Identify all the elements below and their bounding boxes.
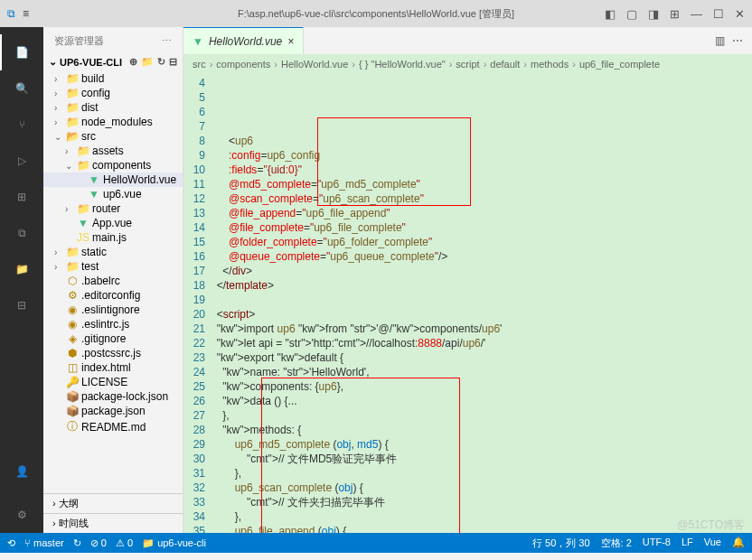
- code-editor[interactable]: 4567891011121314151617181920212223242526…: [183, 74, 752, 533]
- warnings[interactable]: ⚠ 0: [116, 537, 133, 549]
- tree-item--eslintrc-js[interactable]: ◉.eslintrc.js: [43, 317, 183, 331]
- file-tree: ›📁build›📁config›📁dist›📁node_modules⌄📂src…: [43, 70, 183, 493]
- tree-item-config[interactable]: ›📁config: [43, 86, 183, 100]
- tree-item-App-vue[interactable]: ▼App.vue: [43, 216, 183, 230]
- minimize-icon[interactable]: —: [691, 7, 702, 21]
- git-branch[interactable]: ⑂ master: [24, 537, 64, 548]
- new-file-icon[interactable]: ⊕: [129, 56, 137, 68]
- db-icon[interactable]: ⊟: [0, 287, 43, 323]
- project-section[interactable]: ⌄UP6-VUE-CLI ⊕ 📁 ↻ ⊟: [43, 54, 183, 70]
- timeline-section[interactable]: › 时间线: [43, 513, 183, 533]
- tree-item-index-html[interactable]: ◫index.html: [43, 360, 183, 375]
- collapse-icon[interactable]: ⊟: [169, 56, 177, 68]
- more-icon[interactable]: ⋯: [162, 35, 172, 47]
- split-icon[interactable]: ▥: [715, 34, 725, 47]
- search-icon[interactable]: 🔍: [0, 70, 43, 107]
- tree-item-node_modules[interactable]: ›📁node_modules: [43, 115, 183, 129]
- tree-item--postcssrc-js[interactable]: ⬢.postcssrc.js: [43, 346, 183, 360]
- tree-item-assets[interactable]: ›📁assets: [43, 144, 183, 158]
- titlebar: ⧉ ≡ F:\asp.net\up6-vue-cli\src\component…: [0, 0, 752, 27]
- language[interactable]: Vue: [704, 537, 721, 550]
- debug-icon[interactable]: ▷: [0, 143, 43, 179]
- eol[interactable]: LF: [682, 537, 693, 550]
- layout-icon[interactable]: ⊞: [670, 7, 680, 21]
- new-folder-icon[interactable]: 📁: [141, 56, 154, 68]
- layout-icon[interactable]: ▢: [626, 7, 637, 21]
- sync-icon[interactable]: ↻: [73, 537, 81, 549]
- more-icon[interactable]: ⋯: [732, 34, 743, 47]
- tree-item-src[interactable]: ⌄📂src: [43, 129, 183, 144]
- tree-item-up6-vue[interactable]: ▼up6.vue: [43, 187, 183, 201]
- remote-icon[interactable]: ⧉: [0, 215, 43, 251]
- tab-close-icon[interactable]: ×: [287, 35, 294, 48]
- outline-section[interactable]: › 大纲: [43, 493, 183, 513]
- tree-item-HelloWorld-vue[interactable]: ▼HelloWorld.vue: [43, 173, 183, 187]
- encoding[interactable]: UTF-8: [643, 537, 671, 550]
- folder-status[interactable]: 📁 up6-vue-cli: [142, 537, 206, 549]
- activity-bar: 📄 🔍 ⑂ ▷ ⊞ ⧉ 📁 ⊟ 👤 ⚙: [0, 27, 43, 533]
- remote-indicator[interactable]: ⟲: [7, 537, 15, 549]
- errors[interactable]: ⊘ 0: [90, 537, 107, 549]
- tree-item-build[interactable]: ›📁build: [43, 71, 183, 86]
- tabbar: ▼ HelloWorld.vue × ▥ ⋯: [183, 27, 752, 54]
- editor: ▼ HelloWorld.vue × ▥ ⋯ src›components›He…: [183, 27, 752, 533]
- vue-icon: ▼: [193, 35, 203, 48]
- explorer-icon[interactable]: 📄: [0, 34, 43, 70]
- refresh-icon[interactable]: ↻: [157, 56, 165, 68]
- tree-item--editorconfig[interactable]: ⚙.editorconfig: [43, 288, 183, 303]
- source-control-icon[interactable]: ⑂: [0, 107, 43, 143]
- tree-item-components[interactable]: ⌄📁components: [43, 158, 183, 173]
- cursor-pos[interactable]: 行 50，列 30: [532, 537, 590, 550]
- tree-item-README-md[interactable]: ⓘREADME.md: [43, 418, 183, 435]
- tree-item-package-json[interactable]: 📦package.json: [43, 404, 183, 418]
- bell-icon[interactable]: 🔔: [732, 537, 745, 550]
- tree-item--eslintignore[interactable]: ◉.eslintignore: [43, 303, 183, 317]
- tree-item-LICENSE[interactable]: 🔑LICENSE: [43, 375, 183, 389]
- tree-item-package-lock-json[interactable]: 📦package-lock.json: [43, 389, 183, 404]
- statusbar: ⟲ ⑂ master ↻ ⊘ 0 ⚠ 0 📁 up6-vue-cli 行 50，…: [0, 533, 752, 553]
- vscode-icon: ⧉: [7, 7, 15, 20]
- tree-item-test[interactable]: ›📁test: [43, 259, 183, 274]
- tree-item-router[interactable]: ›📁router: [43, 201, 183, 216]
- menu-icon[interactable]: ≡: [23, 7, 29, 20]
- watermark: @51CTO博客: [677, 518, 745, 533]
- sidebar: 资源管理器 ⋯ ⌄UP6-VUE-CLI ⊕ 📁 ↻ ⊟ ›📁build›📁co…: [43, 27, 183, 533]
- layout-icon[interactable]: ◨: [648, 7, 659, 21]
- folder-icon[interactable]: 📁: [0, 251, 43, 287]
- settings-icon[interactable]: ⚙: [0, 497, 43, 533]
- spaces[interactable]: 空格: 2: [601, 537, 632, 550]
- tab-helloworld[interactable]: ▼ HelloWorld.vue ×: [183, 27, 304, 54]
- account-icon[interactable]: 👤: [0, 453, 43, 490]
- tree-item-dist[interactable]: ›📁dist: [43, 100, 183, 115]
- breadcrumb[interactable]: src›components›HelloWorld.vue›{ } "Hello…: [183, 54, 752, 74]
- close-icon[interactable]: ✕: [735, 7, 745, 21]
- explorer-title: 资源管理器: [54, 34, 104, 48]
- window-title: F:\asp.net\up6-vue-cli\src\components\He…: [238, 7, 514, 21]
- tree-item--gitignore[interactable]: ◈.gitignore: [43, 331, 183, 346]
- tree-item--babelrc[interactable]: ⬡.babelrc: [43, 274, 183, 288]
- tree-item-static[interactable]: ›📁static: [43, 245, 183, 259]
- maximize-icon[interactable]: ☐: [713, 7, 724, 21]
- tree-item-main-js[interactable]: JSmain.js: [43, 230, 183, 245]
- extensions-icon[interactable]: ⊞: [0, 179, 43, 215]
- layout-icon[interactable]: ◧: [605, 7, 616, 21]
